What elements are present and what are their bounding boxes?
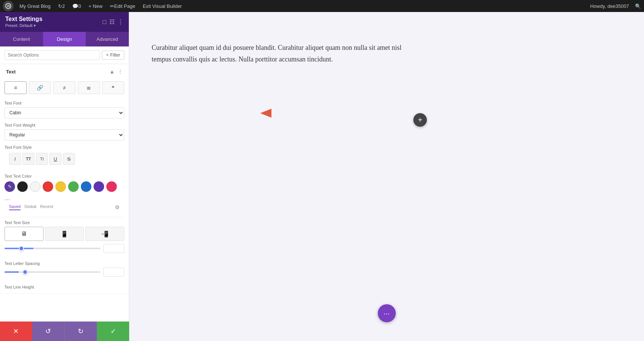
color-pinkred-dot[interactable]: [106, 181, 117, 192]
font-weight-group: Text Font Weight Regular: [0, 121, 129, 143]
size-label: Text Text Size: [4, 220, 124, 225]
section-controls: ▲ ⋮: [109, 69, 123, 75]
tab-bar: Content Design Advanced: [0, 32, 129, 46]
search-options-input[interactable]: [4, 50, 100, 60]
color-tab-recent[interactable]: Recent: [40, 204, 53, 210]
align-center-btn[interactable]: ≠: [53, 81, 75, 94]
tablet-device-btn[interactable]: 📱: [45, 227, 84, 241]
new-link[interactable]: + New: [86, 0, 106, 12]
add-section-button[interactable]: +: [413, 113, 427, 127]
align-link-btn[interactable]: 🔗: [29, 81, 51, 94]
font-style-row: I TT Tt U S: [4, 151, 124, 169]
color-tab-saved[interactable]: Saved: [9, 204, 21, 210]
filter-button[interactable]: + Filter: [102, 51, 124, 60]
color-tabs: Saved Global Recent ⚙: [4, 202, 124, 212]
color-yellow-dot[interactable]: [55, 181, 66, 192]
color-row: ✎ ...: [4, 181, 124, 202]
font-family-group: Text Font Cabin: [0, 99, 129, 121]
sidebar-header-icons: □ ☷ ⋮: [103, 18, 124, 25]
device-row: 🖥 📱 📲: [4, 227, 124, 241]
line-height-group: Text Line Height: [0, 283, 129, 293]
color-section: Text Text Color ✎ ... Saved: [0, 171, 129, 217]
tab-design[interactable]: Design: [43, 32, 86, 46]
strikethrough-btn[interactable]: S: [63, 153, 75, 165]
font-weight-select[interactable]: Regular: [4, 129, 124, 141]
more-options-button[interactable]: ···: [378, 304, 396, 322]
site-name-link[interactable]: My Great Blog: [16, 0, 54, 12]
text-section: Text ▲ ⋮ ≡ 🔗 ≠ ≣ ❝ Text Font: [0, 64, 129, 294]
size-value-input[interactable]: 18px: [103, 244, 124, 253]
sidebar-grid-icon[interactable]: ☷: [109, 18, 115, 25]
color-purple-dot[interactable]: [94, 181, 104, 192]
letter-spacing-label: Text Letter Spacing: [4, 261, 124, 266]
color-green-dot[interactable]: [68, 181, 79, 192]
sidebar-header-info: Text Settings Preset: Default ▾: [5, 16, 42, 28]
letter-spacing-slider[interactable]: [4, 271, 100, 273]
main-layout: Text Settings Preset: Default ▾ □ ☷ ⋮ Co…: [0, 12, 644, 341]
tab-advanced[interactable]: Advanced: [86, 32, 129, 46]
font-style-label: Text Font Style: [4, 145, 124, 150]
save-button[interactable]: ✓: [97, 322, 129, 341]
alignment-row: ≡ 🔗 ≠ ≣ ❝: [0, 79, 129, 99]
cap-first-btn[interactable]: Tt: [36, 153, 48, 165]
revisions-link[interactable]: ↻ 2: [55, 0, 68, 12]
italic-btn[interactable]: I: [9, 153, 21, 165]
underline-btn[interactable]: U: [49, 153, 61, 165]
color-black-dot[interactable]: [17, 181, 28, 192]
align-left-btn[interactable]: ≡: [4, 81, 27, 94]
letter-spacing-value-input[interactable]: 0px: [103, 268, 124, 277]
color-more-btn[interactable]: ...: [4, 194, 10, 202]
mobile-device-btn[interactable]: 📲: [85, 227, 124, 241]
color-white-dot[interactable]: [30, 181, 40, 192]
desktop-device-btn[interactable]: 🖥: [4, 227, 43, 241]
filter-label: Filter: [110, 52, 120, 58]
wp-admin-bar: W My Great Blog ↻ 2 💬 0 + New ✏ Edit Pag…: [0, 0, 644, 12]
align-right-btn[interactable]: ≣: [78, 81, 100, 94]
search-admin-icon[interactable]: 🔍: [635, 3, 641, 9]
color-red-dot[interactable]: [43, 181, 53, 192]
wp-logo-icon[interactable]: W: [3, 1, 13, 11]
color-label: Text Text Color: [4, 174, 124, 178]
text-section-title: Text: [6, 69, 16, 75]
align-quote-btn[interactable]: ❝: [102, 81, 124, 94]
svg-text:W: W: [7, 4, 10, 8]
admin-bar-right: Howdy, dee35007 🔍: [590, 3, 641, 9]
filter-plus-icon: +: [106, 52, 109, 58]
exit-builder-link[interactable]: Exit Visual Builder: [140, 0, 185, 12]
comments-link[interactable]: 💬 0: [69, 0, 84, 12]
body-text[interactable]: Curabitur aliquet quam id dui posuere bl…: [152, 42, 406, 65]
line-height-label: Text Line Height: [4, 285, 124, 289]
sidebar: Text Settings Preset: Default ▾ □ ☷ ⋮ Co…: [0, 12, 129, 341]
redo-button[interactable]: ↻: [64, 322, 97, 341]
sidebar-preset[interactable]: Preset: Default ▾: [5, 23, 42, 28]
canvas-content: Curabitur aliquet quam id dui posuere bl…: [129, 12, 429, 95]
caps-btn[interactable]: TT: [22, 153, 34, 165]
color-picker-dot[interactable]: ✎: [4, 181, 15, 192]
search-bar: + Filter: [0, 46, 129, 64]
reset-button[interactable]: ↺: [32, 322, 64, 341]
color-settings-icon[interactable]: ⚙: [115, 204, 120, 210]
font-label: Text Font: [4, 101, 124, 105]
tab-content[interactable]: Content: [0, 32, 43, 46]
color-tab-global[interactable]: Global: [24, 204, 36, 210]
howdy-text: Howdy, dee35007: [590, 3, 632, 9]
section-more-icon[interactable]: ⋮: [118, 69, 123, 75]
size-slider-row: 18px: [4, 244, 124, 253]
collapse-icon[interactable]: ▲: [109, 69, 115, 75]
sidebar-bottom-bar: ✕ ↺ ↻ ✓: [0, 322, 129, 341]
letter-spacing-slider-row: 0px: [4, 268, 124, 277]
arrow-indicator: [234, 109, 271, 118]
sidebar-title: Text Settings: [5, 16, 42, 22]
text-section-header[interactable]: Text ▲ ⋮: [0, 64, 129, 79]
edit-page-link[interactable]: ✏ Edit Page: [107, 0, 138, 12]
color-blue-dot[interactable]: [81, 181, 91, 192]
font-family-select[interactable]: Cabin: [4, 107, 124, 118]
size-slider[interactable]: [4, 248, 100, 249]
sidebar-content: Text ▲ ⋮ ≡ 🔗 ≠ ≣ ❝ Text Font: [0, 64, 129, 341]
canvas-area: Curabitur aliquet quam id dui posuere bl…: [129, 12, 644, 341]
size-section: Text Text Size 🖥 📱 📲 18px: [0, 217, 129, 259]
cancel-button[interactable]: ✕: [0, 322, 32, 341]
letter-spacing-group: Text Letter Spacing 0px: [0, 259, 129, 283]
sidebar-menu-icon[interactable]: ⋮: [118, 18, 124, 25]
sidebar-settings-icon[interactable]: □: [103, 19, 106, 25]
